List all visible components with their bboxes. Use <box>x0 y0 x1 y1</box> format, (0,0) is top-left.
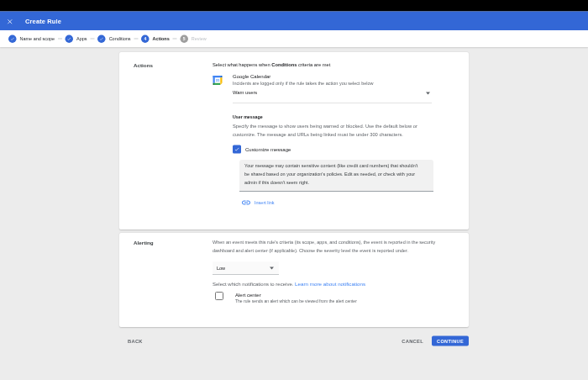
insert-link-label: Insert link <box>255 200 275 205</box>
step-number: 4 <box>141 34 150 43</box>
step-separator <box>58 39 62 40</box>
step-name-and-scope[interactable]: Name and scope <box>8 34 55 43</box>
step-label: Name and scope <box>20 36 55 41</box>
app-name: Google Calendar <box>233 73 374 79</box>
step-review[interactable]: 5 Review <box>180 34 207 43</box>
severity-select[interactable]: Low <box>213 262 279 276</box>
wizard-footer: BACK CANCEL CONTINUE <box>119 333 469 349</box>
actions-intro-text: Select what happens when Conditions crit… <box>213 62 460 67</box>
notifications-learn-more-link[interactable]: Learn more about notifications <box>295 281 365 287</box>
step-actions[interactable]: 4 Actions <box>141 34 170 43</box>
step-label: Actions <box>153 36 170 41</box>
chevron-down-icon <box>270 267 274 269</box>
notifications-line: Select which notifications to receive. L… <box>213 281 460 287</box>
step-separator <box>90 39 94 40</box>
alert-center-row: Alert center The rule sends an alert whi… <box>215 292 460 303</box>
app-description: Incidents are logged only if the rule ta… <box>233 81 374 86</box>
dialog-title: Create Rule <box>25 18 61 25</box>
top-black-bar <box>0 0 588 12</box>
alerting-description: When an event meets this rule's criteria… <box>213 239 442 255</box>
step-label: Apps <box>76 36 87 41</box>
actions-section-label: Actions <box>134 62 153 68</box>
step-label: Conditions <box>109 36 131 41</box>
chevron-down-icon <box>426 92 430 95</box>
alert-center-description: The rule sends an alert which can be vie… <box>235 298 357 303</box>
step-check-icon <box>8 34 17 43</box>
step-separator <box>173 39 177 40</box>
dialog-header: Create Rule <box>0 12 588 31</box>
close-button[interactable] <box>6 18 14 26</box>
action-select-value: Warn users <box>233 90 257 95</box>
customize-message-checkbox[interactable] <box>233 145 241 154</box>
insert-link-icon <box>241 198 251 208</box>
actions-card: Actions Select what happens when Conditi… <box>119 52 469 230</box>
close-icon <box>7 18 13 25</box>
alert-center-label: Alert center <box>235 292 357 298</box>
severity-select-value: Low <box>217 266 225 271</box>
wizard-stepper: Name and scope Apps Conditions 4 Actions <box>0 30 588 47</box>
google-calendar-icon: 31 <box>213 76 223 86</box>
cancel-button[interactable]: CANCEL <box>402 339 423 344</box>
user-message-description: Specify the message to show users being … <box>233 122 424 139</box>
notifications-text: Select which notifications to receive. <box>213 281 295 287</box>
customize-message-row: Customize message <box>233 145 460 154</box>
back-button[interactable]: BACK <box>128 339 143 344</box>
insert-link-button[interactable]: Insert link <box>241 198 460 208</box>
step-check-icon <box>97 34 106 43</box>
step-apps[interactable]: Apps <box>66 34 87 43</box>
alerting-card: Alerting When an event meets this rule's… <box>119 233 469 327</box>
continue-button[interactable]: CONTINUE <box>432 336 469 346</box>
alert-center-checkbox[interactable] <box>215 292 223 300</box>
step-label: Review <box>192 36 207 41</box>
svg-text:31: 31 <box>216 78 220 82</box>
step-separator <box>134 39 138 40</box>
user-message-heading: User message <box>233 114 460 119</box>
alerting-section-label: Alerting <box>134 240 154 246</box>
step-check-icon <box>66 34 74 43</box>
message-textarea[interactable]: Your message may contain sensitive conte… <box>239 160 433 192</box>
action-select[interactable]: Warn users <box>233 88 432 103</box>
checkbox-check-icon <box>234 146 240 152</box>
app-row: 31 Google Calendar Incidents are logged … <box>213 73 460 86</box>
step-conditions[interactable]: Conditions <box>97 34 130 43</box>
customize-message-label: Customize message <box>245 146 291 152</box>
step-number: 5 <box>180 34 188 43</box>
create-rule-dialog: Create Rule Name and scope Apps <box>0 0 588 380</box>
